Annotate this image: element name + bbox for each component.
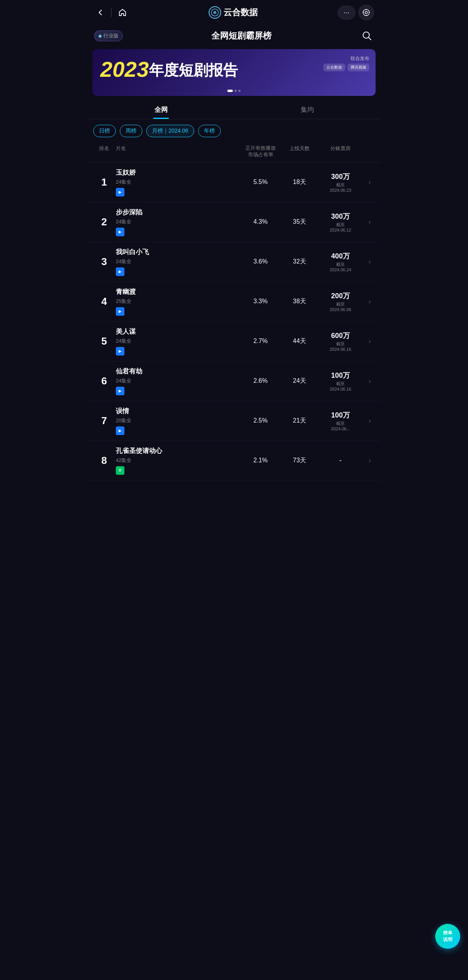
ticket-cell: 100万 截至 2024.06.16 [317, 371, 364, 391]
platform-icon: 愛 [116, 466, 124, 475]
ticket-amount: 300万 [317, 172, 364, 181]
table-row[interactable]: 6 仙君有劫 24集全 ▶ 2.6% 24天 100万 截至 2024.06.1… [88, 361, 380, 401]
ticket-date: 截至 2024.06.06 [317, 301, 364, 312]
table-row[interactable]: 7 误情 20集全 ▶ 2.5% 21天 100万 截至 2024.06... … [88, 401, 380, 441]
days-cell: 44天 [282, 337, 317, 345]
nav-bar: 云合数据 ··· [88, 0, 380, 25]
filter-monthly[interactable]: 月榜｜2024.06 [146, 125, 194, 137]
table-row[interactable]: 5 美人谋 24集全 ▶ 2.7% 44天 600万 截至 2024.06.16… [88, 322, 380, 361]
ticket-date: 截至 2024.06... [317, 421, 364, 431]
ticket-cell: 100万 截至 2024.06... [317, 410, 364, 431]
back-button[interactable] [94, 6, 106, 19]
ticket-cell: 400万 截至 2024.06.24 [317, 251, 364, 272]
tab-all[interactable]: 全网 [88, 100, 234, 119]
filter-row: 日榜 周榜 月榜｜2024.06 年榜 [88, 119, 380, 141]
th-arrow [364, 145, 376, 158]
drama-episodes: 25集全 [116, 298, 239, 305]
table-row[interactable]: 2 步步深陷 24集全 ▶ 4.3% 35天 300万 截至 2024.06.1… [88, 202, 380, 242]
banner-dots [227, 90, 241, 92]
rank-number: 6 [92, 375, 116, 387]
th-rate: 正片有效播放 市场占有率 [239, 145, 282, 158]
drama-info: 玉奴娇 24集全 ▶ [116, 168, 239, 196]
drama-name: 美人谋 [116, 327, 239, 336]
arrow-icon: › [369, 377, 371, 385]
drama-name: 我叫白小飞 [116, 248, 239, 256]
table-row[interactable]: 8 孔雀圣使请动心 42集全 愛 2.1% 73天 - › [88, 441, 380, 481]
arrow-cell: › [364, 456, 376, 465]
search-button[interactable] [360, 29, 374, 43]
ticket-cell: 300万 截至 2024.06.23 [317, 172, 364, 193]
table-row[interactable]: 4 青幽渡 25集全 ▶ 3.3% 38天 200万 截至 2024.06.06… [88, 282, 380, 322]
ticket-dash: - [317, 456, 364, 465]
rate-cell: 5.5% [239, 179, 282, 186]
industry-badge[interactable]: ◆ 行业版 [94, 30, 123, 41]
drama-info: 孔雀圣使请动心 42集全 愛 [116, 446, 239, 475]
arrow-icon: › [369, 297, 371, 306]
svg-point-3 [363, 9, 369, 16]
arrow-icon: › [369, 417, 371, 425]
rank-number: 4 [92, 295, 116, 308]
arrow-cell: › [364, 337, 376, 345]
ticket-amount: 100万 [317, 371, 364, 380]
logo-text: 云合数据 [223, 7, 258, 18]
ticket-cell: 200万 截至 2024.06.06 [317, 291, 364, 312]
drama-info: 美人谋 24集全 ▶ [116, 327, 239, 356]
svg-point-2 [214, 12, 215, 13]
dot-3 [238, 90, 241, 92]
arrow-icon: › [369, 178, 371, 186]
rank-number: 1 [92, 176, 116, 188]
platform-icon: ▶ [116, 188, 124, 196]
days-cell: 35天 [282, 218, 317, 226]
platform-icon: ▶ [116, 426, 124, 435]
rank-number: 7 [92, 415, 116, 427]
svg-line-10 [369, 37, 371, 40]
filter-yearly[interactable]: 年榜 [198, 125, 221, 137]
drama-info: 青幽渡 25集全 ▶ [116, 287, 239, 316]
scan-button[interactable] [358, 5, 374, 20]
rate-cell: 2.5% [239, 417, 282, 424]
drama-info: 误情 20集全 ▶ [116, 407, 239, 435]
rank-number: 5 [92, 335, 116, 347]
nav-left [94, 6, 129, 19]
platform-icon: ▶ [116, 228, 124, 236]
banner-title-text: 年度短剧报告 [149, 60, 238, 80]
tab-per-episode[interactable]: 集均 [234, 100, 380, 119]
logo-icon [209, 6, 221, 19]
banner-year: 2023 [100, 58, 149, 80]
arrow-cell: › [364, 377, 376, 385]
filter-weekly[interactable]: 周榜 [120, 125, 142, 137]
table-row[interactable]: 3 我叫白小飞 24集全 ▶ 3.6% 32天 400万 截至 2024.06.… [88, 242, 380, 282]
drama-episodes: 24集全 [116, 258, 239, 265]
ticket-date: 截至 2024.06.12 [317, 222, 364, 232]
platform-icon: ▶ [116, 267, 124, 276]
drama-name: 步步深陷 [116, 208, 239, 217]
arrow-cell: › [364, 417, 376, 425]
arrow-cell: › [364, 297, 376, 306]
banner: 联合发布 云合数据 腾讯视频 2023 年度短剧报告 [92, 49, 376, 96]
rate-cell: 2.6% [239, 377, 282, 384]
days-cell: 21天 [282, 417, 317, 425]
tabs: 全网 集均 [88, 100, 380, 119]
platform-icon: ▶ [116, 347, 124, 356]
ticket-date: 截至 2024.06.16 [317, 381, 364, 391]
badge-label: 行业版 [103, 32, 119, 39]
table-row[interactable]: 1 玉奴娇 24集全 ▶ 5.5% 18天 300万 截至 2024.06.23… [88, 163, 380, 202]
ticket-amount: 300万 [317, 212, 364, 221]
rank-number: 2 [92, 216, 116, 228]
header-row: ◆ 行业版 全网短剧霸屏榜 [88, 25, 380, 45]
rate-cell: 2.1% [239, 457, 282, 464]
ticket-date: 截至 2024.06.16 [317, 341, 364, 352]
filter-daily[interactable]: 日榜 [93, 125, 116, 137]
drama-info: 我叫白小飞 24集全 ▶ [116, 248, 239, 276]
ticket-cell: - [317, 456, 364, 465]
dot-1 [227, 90, 233, 92]
home-button[interactable] [116, 6, 129, 19]
more-button[interactable]: ··· [338, 6, 355, 19]
drama-name: 仙君有劫 [116, 367, 239, 376]
drama-name: 玉奴娇 [116, 168, 239, 177]
platform-icon: ▶ [116, 387, 124, 395]
logo-tencent: 腾讯视频 [347, 64, 369, 71]
days-cell: 38天 [282, 297, 317, 306]
days-cell: 32天 [282, 258, 317, 266]
rate-cell: 4.3% [239, 218, 282, 225]
